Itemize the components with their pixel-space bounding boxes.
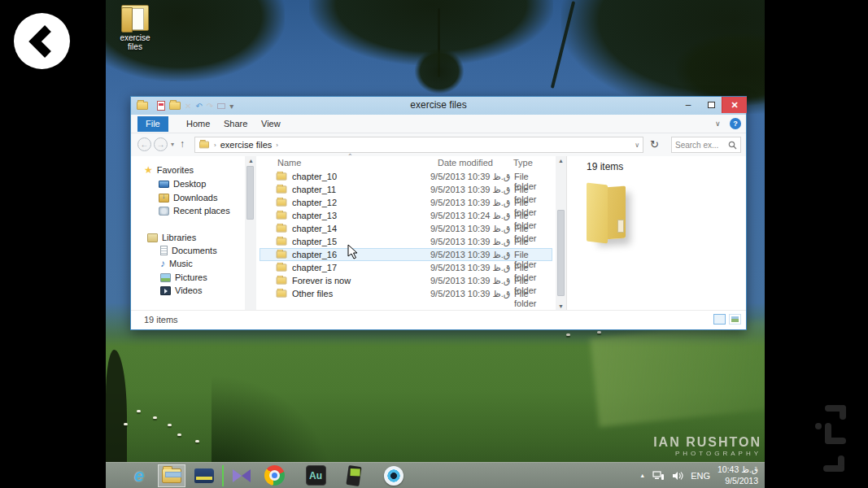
tab-share[interactable]: Share: [216, 116, 255, 132]
file-row[interactable]: Forever is now9/5/2013 10:39 ق.ظFile fol…: [260, 274, 552, 287]
explorer-window: ✕ ↶ ↷ ▾ exercise files – ✕ File Home Sha…: [130, 96, 747, 330]
details-view-button[interactable]: [713, 314, 726, 325]
file-date: 9/5/2013 10:39 ق.ظ: [430, 198, 510, 208]
file-row[interactable]: Other files9/5/2013 10:39 ق.ظFile folder: [260, 287, 552, 300]
nav-music[interactable]: ♪ Music: [160, 259, 193, 268]
maximize-button[interactable]: [700, 98, 722, 112]
show-hidden-icons-button[interactable]: ▲: [639, 473, 645, 478]
network-icon[interactable]: [652, 471, 665, 481]
title-bar[interactable]: ✕ ↶ ↷ ▾ exercise files – ✕: [131, 97, 746, 115]
scroll-up-icon[interactable]: ▲: [248, 158, 254, 163]
screen: IAN RUSHTON PHOTOGRAPHY exercise files ✕…: [0, 0, 868, 488]
tree-trunk: [106, 350, 127, 464]
address-dropdown-icon[interactable]: ∨: [635, 142, 639, 149]
refresh-icon[interactable]: ↻: [650, 138, 659, 150]
address-breadcrumb-field[interactable]: › exercise files › ∨: [194, 137, 643, 153]
folder-icon: [277, 199, 287, 207]
nav-libraries[interactable]: Libraries: [147, 233, 196, 242]
kmplayer-icon: [231, 467, 252, 485]
nav-favorites[interactable]: ★ Favorites: [144, 165, 194, 175]
nav-documents[interactable]: Documents: [160, 246, 217, 255]
clock-date: 9/5/2013: [718, 476, 758, 486]
nav-pictures[interactable]: Pictures: [160, 272, 207, 282]
file-date: 9/5/2013 10:24 ق.ظ: [430, 211, 510, 221]
overlay-bar-left: [0, 0, 106, 488]
sheep: [566, 333, 570, 336]
taskbar-kmplayer[interactable]: [228, 464, 255, 487]
scroll-up-icon[interactable]: ▲: [558, 158, 564, 163]
scroll-down-icon[interactable]: ▼: [558, 303, 564, 309]
chevron-left-icon: [27, 24, 58, 59]
file-row[interactable]: chapter_109/5/2013 10:39 ق.ظFile folder: [260, 170, 552, 183]
nav-scrollbar-thumb[interactable]: [246, 166, 254, 220]
sheep: [153, 416, 157, 419]
column-header-date-modified[interactable]: Date modified: [438, 158, 493, 168]
folder-preview-icon: [582, 184, 632, 246]
help-icon[interactable]: ?: [730, 118, 741, 129]
desktop-icon-exercise-files[interactable]: exercise files: [114, 5, 156, 52]
file-row[interactable]: chapter_179/5/2013 10:39 ق.ظFile folder: [260, 261, 552, 274]
folder-icon: [121, 5, 149, 31]
file-row[interactable]: chapter_129/5/2013 10:39 ق.ظFile folder: [260, 196, 552, 209]
file-list: ⌃ Name Date modified Type chapter_109/5/…: [258, 156, 556, 329]
search-input[interactable]: Search ex...: [671, 137, 741, 153]
taskbar-adobe-audition[interactable]: Au: [302, 464, 329, 487]
breadcrumb-current-folder[interactable]: exercise files: [220, 140, 273, 150]
tab-file[interactable]: File: [137, 116, 168, 132]
column-header-type[interactable]: Type: [513, 158, 533, 168]
watermark-sub: PHOTOGRAPHY: [641, 451, 761, 457]
file-name: Forever is now: [292, 276, 351, 285]
back-nav-button[interactable]: ←: [137, 137, 151, 151]
taskbar-internet-explorer[interactable]: e: [125, 464, 153, 487]
tab-home[interactable]: Home: [178, 116, 218, 132]
nav-recent-places[interactable]: Recent places: [159, 206, 230, 216]
tab-view[interactable]: View: [253, 116, 289, 132]
forward-nav-button[interactable]: →: [154, 137, 168, 151]
tree-leaves: [415, 49, 464, 94]
taskbar-divider: [222, 465, 224, 486]
recent-locations-dropdown-icon[interactable]: ▾: [171, 141, 174, 148]
file-name: chapter_16: [292, 250, 337, 259]
mobile-device-icon: [346, 465, 361, 486]
watermark-logo: [823, 465, 844, 472]
expand-ribbon-icon[interactable]: ∨: [715, 120, 721, 128]
folder-icon: [199, 142, 209, 149]
sheep: [137, 410, 141, 412]
nav-scrollbar[interactable]: ▲ ▼: [245, 156, 256, 329]
back-button[interactable]: [14, 13, 70, 69]
file-type: File folder: [514, 289, 552, 308]
file-row[interactable]: chapter_119/5/2013 10:39 ق.ظFile folder: [260, 183, 552, 196]
taskbar-clock[interactable]: 10:43 ق.ظ 9/5/2013: [718, 464, 758, 486]
nav-downloads[interactable]: Downloads: [159, 193, 217, 203]
nav-desktop[interactable]: Desktop: [159, 179, 206, 189]
file-row[interactable]: chapter_149/5/2013 10:39 ق.ظFile folder: [260, 222, 552, 235]
star-icon: ★: [144, 166, 153, 175]
close-button[interactable]: ✕: [722, 97, 747, 113]
taskbar-file-explorer[interactable]: [158, 464, 185, 487]
file-date: 9/5/2013 10:39 ق.ظ: [430, 263, 510, 273]
status-item-count: 19 items: [144, 315, 178, 325]
language-indicator[interactable]: ENG: [691, 471, 710, 481]
file-row[interactable]: chapter_139/5/2013 10:24 ق.ظFile folder: [260, 209, 552, 222]
large-icons-view-button[interactable]: [729, 314, 741, 325]
taskbar-webcam[interactable]: [380, 464, 408, 487]
minimize-button[interactable]: –: [678, 98, 699, 112]
volume-icon[interactable]: [672, 471, 683, 481]
file-list-scrollbar-thumb[interactable]: [557, 210, 565, 296]
column-header-name[interactable]: Name: [277, 158, 301, 168]
file-row-hovered[interactable]: chapter_169/5/2013 10:39 ق.ظFile folder: [260, 248, 552, 261]
nav-videos[interactable]: Videos: [160, 285, 202, 295]
restore-icon: [708, 102, 715, 108]
file-list-scrollbar[interactable]: ▲ ▼: [556, 156, 566, 312]
taskbar-chrome[interactable]: [260, 464, 288, 487]
file-name: Other files: [292, 289, 333, 298]
taskbar-dictionary[interactable]: [190, 464, 218, 487]
file-date: 9/5/2013 10:39 ق.ظ: [430, 185, 510, 195]
file-name: chapter_11: [292, 185, 336, 194]
up-one-level-button[interactable]: ↑: [180, 138, 185, 150]
file-row[interactable]: chapter_159/5/2013 10:39 ق.ظFile folder: [260, 235, 552, 248]
folder-icon: [277, 212, 287, 220]
watermark-name: IAN RUSHTON: [641, 436, 761, 449]
breadcrumb-separator-icon[interactable]: ›: [276, 142, 278, 149]
taskbar-mobile-device[interactable]: [340, 464, 368, 487]
